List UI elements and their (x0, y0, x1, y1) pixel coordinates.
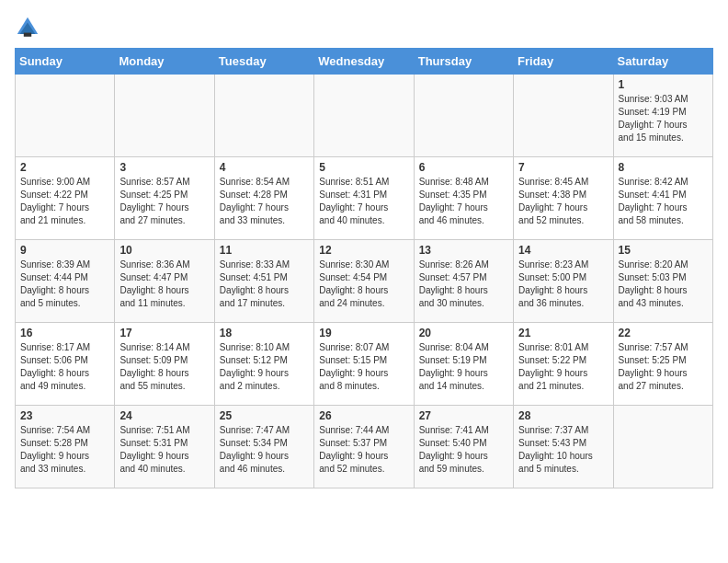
calendar-header: SundayMondayTuesdayWednesdayThursdayFrid… (16, 49, 713, 75)
header-cell-sunday: Sunday (16, 49, 115, 75)
day-cell: 15Sunrise: 8:20 AM Sunset: 5:03 PM Dayli… (613, 240, 712, 323)
calendar-body: 1Sunrise: 9:03 AM Sunset: 4:19 PM Daylig… (16, 75, 713, 488)
day-number: 17 (119, 327, 209, 339)
day-number: 25 (220, 409, 309, 422)
header-cell-tuesday: Tuesday (214, 49, 313, 75)
day-cell: 7Sunrise: 8:45 AM Sunset: 4:38 PM Daylig… (514, 157, 613, 240)
day-number: 5 (319, 161, 408, 174)
day-cell: 5Sunrise: 8:51 AM Sunset: 4:31 PM Daylig… (314, 157, 414, 240)
day-info: Sunrise: 8:54 AM Sunset: 4:28 PM Dayligh… (220, 177, 290, 225)
header-cell-monday: Monday (115, 49, 214, 75)
day-number: 10 (119, 244, 209, 257)
day-info: Sunrise: 8:36 AM Sunset: 4:47 PM Dayligh… (119, 259, 189, 308)
day-cell: 4Sunrise: 8:54 AM Sunset: 4:28 PM Daylig… (214, 157, 313, 240)
day-number: 2 (20, 161, 109, 174)
day-cell: 25Sunrise: 7:47 AM Sunset: 5:34 PM Dayli… (214, 406, 313, 488)
day-cell: 19Sunrise: 8:07 AM Sunset: 5:15 PM Dayli… (314, 323, 414, 406)
day-number: 16 (20, 327, 109, 339)
week-row-1: 1Sunrise: 9:03 AM Sunset: 4:19 PM Daylig… (16, 75, 713, 157)
day-number: 3 (119, 161, 209, 174)
day-cell: 2Sunrise: 9:00 AM Sunset: 4:22 PM Daylig… (16, 157, 115, 240)
day-number: 6 (419, 161, 508, 174)
header (15, 15, 713, 40)
day-number: 22 (619, 327, 708, 339)
day-cell: 18Sunrise: 8:10 AM Sunset: 5:12 PM Dayli… (214, 323, 313, 406)
day-cell (214, 75, 313, 157)
day-number: 27 (419, 409, 508, 422)
week-row-2: 2Sunrise: 9:00 AM Sunset: 4:22 PM Daylig… (16, 157, 713, 240)
day-cell: 3Sunrise: 8:57 AM Sunset: 4:25 PM Daylig… (115, 157, 214, 240)
day-info: Sunrise: 7:41 AM Sunset: 5:40 PM Dayligh… (419, 425, 489, 474)
day-cell: 11Sunrise: 8:33 AM Sunset: 4:51 PM Dayli… (214, 240, 313, 323)
day-info: Sunrise: 7:44 AM Sunset: 5:37 PM Dayligh… (319, 425, 389, 474)
day-info: Sunrise: 7:47 AM Sunset: 5:34 PM Dayligh… (220, 425, 290, 474)
day-info: Sunrise: 8:33 AM Sunset: 4:51 PM Dayligh… (220, 259, 290, 308)
day-cell: 12Sunrise: 8:30 AM Sunset: 4:54 PM Dayli… (314, 240, 414, 323)
day-cell: 13Sunrise: 8:26 AM Sunset: 4:57 PM Dayli… (414, 240, 513, 323)
header-cell-saturday: Saturday (613, 49, 712, 75)
day-number: 15 (619, 244, 708, 257)
day-cell: 24Sunrise: 7:51 AM Sunset: 5:31 PM Dayli… (115, 406, 214, 488)
day-info: Sunrise: 8:26 AM Sunset: 4:57 PM Dayligh… (419, 259, 489, 308)
day-number: 19 (319, 327, 408, 339)
day-number: 12 (319, 244, 408, 257)
day-number: 18 (220, 327, 309, 339)
day-info: Sunrise: 7:57 AM Sunset: 5:25 PM Dayligh… (619, 342, 688, 391)
calendar-table: SundayMondayTuesdayWednesdayThursdayFrid… (15, 48, 713, 488)
svg-rect-2 (24, 33, 31, 37)
day-cell: 23Sunrise: 7:54 AM Sunset: 5:28 PM Dayli… (16, 406, 115, 488)
day-info: Sunrise: 8:17 AM Sunset: 5:06 PM Dayligh… (20, 342, 90, 391)
day-number: 7 (518, 161, 608, 174)
day-cell: 6Sunrise: 8:48 AM Sunset: 4:35 PM Daylig… (414, 157, 513, 240)
day-number: 21 (518, 327, 608, 339)
day-info: Sunrise: 9:00 AM Sunset: 4:22 PM Dayligh… (20, 177, 90, 225)
day-info: Sunrise: 7:54 AM Sunset: 5:28 PM Dayligh… (20, 425, 90, 474)
day-info: Sunrise: 8:45 AM Sunset: 4:38 PM Dayligh… (518, 177, 588, 225)
header-cell-wednesday: Wednesday (314, 49, 414, 75)
day-cell: 14Sunrise: 8:23 AM Sunset: 5:00 PM Dayli… (514, 240, 613, 323)
day-cell (414, 75, 513, 157)
day-info: Sunrise: 8:04 AM Sunset: 5:19 PM Dayligh… (419, 342, 489, 391)
day-info: Sunrise: 8:51 AM Sunset: 4:31 PM Dayligh… (319, 177, 389, 225)
week-row-4: 16Sunrise: 8:17 AM Sunset: 5:06 PM Dayli… (16, 323, 713, 406)
day-info: Sunrise: 8:20 AM Sunset: 5:03 PM Dayligh… (619, 259, 688, 308)
day-info: Sunrise: 8:42 AM Sunset: 4:41 PM Dayligh… (619, 177, 688, 225)
week-row-5: 23Sunrise: 7:54 AM Sunset: 5:28 PM Dayli… (16, 406, 713, 488)
day-info: Sunrise: 8:14 AM Sunset: 5:09 PM Dayligh… (119, 342, 189, 391)
day-info: Sunrise: 7:37 AM Sunset: 5:43 PM Dayligh… (518, 425, 593, 474)
logo-icon (15, 15, 40, 40)
day-info: Sunrise: 8:57 AM Sunset: 4:25 PM Dayligh… (119, 177, 189, 225)
day-cell: 26Sunrise: 7:44 AM Sunset: 5:37 PM Dayli… (314, 406, 414, 488)
day-cell: 21Sunrise: 8:01 AM Sunset: 5:22 PM Dayli… (514, 323, 613, 406)
day-cell: 20Sunrise: 8:04 AM Sunset: 5:19 PM Dayli… (414, 323, 513, 406)
day-info: Sunrise: 8:07 AM Sunset: 5:15 PM Dayligh… (319, 342, 389, 391)
day-cell: 16Sunrise: 8:17 AM Sunset: 5:06 PM Dayli… (16, 323, 115, 406)
day-cell: 22Sunrise: 7:57 AM Sunset: 5:25 PM Dayli… (613, 323, 712, 406)
day-cell: 17Sunrise: 8:14 AM Sunset: 5:09 PM Dayli… (115, 323, 214, 406)
day-info: Sunrise: 8:10 AM Sunset: 5:12 PM Dayligh… (220, 342, 290, 391)
day-number: 4 (220, 161, 309, 174)
day-number: 11 (220, 244, 309, 257)
day-number: 13 (419, 244, 508, 257)
header-row: SundayMondayTuesdayWednesdayThursdayFrid… (16, 49, 713, 75)
day-cell (115, 75, 214, 157)
day-number: 14 (518, 244, 608, 257)
day-cell (514, 75, 613, 157)
day-number: 24 (119, 409, 209, 422)
day-info: Sunrise: 8:23 AM Sunset: 5:00 PM Dayligh… (518, 259, 588, 308)
day-number: 28 (518, 409, 608, 422)
logo (15, 15, 42, 40)
header-cell-friday: Friday (514, 49, 613, 75)
day-cell: 10Sunrise: 8:36 AM Sunset: 4:47 PM Dayli… (115, 240, 214, 323)
day-cell: 27Sunrise: 7:41 AM Sunset: 5:40 PM Dayli… (414, 406, 513, 488)
day-cell (314, 75, 414, 157)
day-info: Sunrise: 8:39 AM Sunset: 4:44 PM Dayligh… (20, 259, 90, 308)
day-cell (16, 75, 115, 157)
day-number: 1 (619, 78, 708, 91)
header-cell-thursday: Thursday (414, 49, 513, 75)
day-cell: 9Sunrise: 8:39 AM Sunset: 4:44 PM Daylig… (16, 240, 115, 323)
week-row-3: 9Sunrise: 8:39 AM Sunset: 4:44 PM Daylig… (16, 240, 713, 323)
day-number: 8 (619, 161, 708, 174)
day-number: 20 (419, 327, 508, 339)
day-cell: 8Sunrise: 8:42 AM Sunset: 4:41 PM Daylig… (613, 157, 712, 240)
